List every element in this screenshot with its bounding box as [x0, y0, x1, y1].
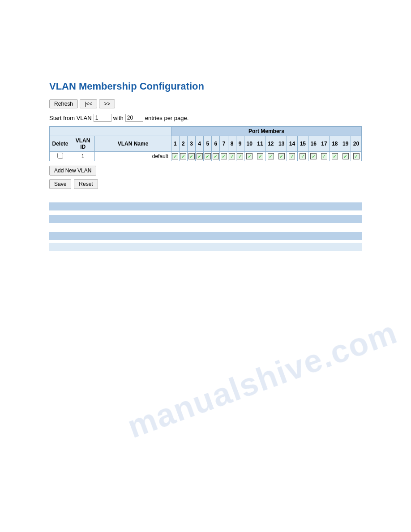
table-header-top: Port Members: [50, 127, 362, 136]
vlan-id-cell: 1: [71, 152, 94, 161]
port-3-checkbox[interactable]: ✓: [188, 153, 195, 159]
port-4-header: 4: [196, 136, 204, 152]
page-title: VLAN Membership Configuration: [49, 81, 362, 92]
port-16-header: 16: [308, 136, 319, 152]
port-1-checkbox[interactable]: ✓: [172, 153, 178, 159]
port-4-checkbox[interactable]: ✓: [197, 153, 203, 159]
port-5-header: 5: [204, 136, 212, 152]
port-8-checkbox[interactable]: ✓: [229, 153, 235, 159]
port-2-header: 2: [179, 136, 187, 152]
port-12-cell[interactable]: ✓: [265, 152, 276, 161]
port-9-header: 9: [236, 136, 244, 152]
refresh-button[interactable]: Refresh: [49, 99, 78, 108]
port-12-header: 12: [265, 136, 276, 152]
entries-label: entries per page.: [145, 115, 189, 121]
entries-input[interactable]: [125, 114, 143, 122]
port-7-cell[interactable]: ✓: [220, 152, 228, 161]
port-7-checkbox[interactable]: ✓: [221, 153, 227, 159]
table-header-main: Delete VLAN ID VLAN Name 1 2 3 4 5 6 7 8…: [50, 136, 362, 152]
port-13-header: 13: [276, 136, 287, 152]
port-4-cell[interactable]: ✓: [196, 152, 204, 161]
save-button[interactable]: Save: [49, 179, 71, 189]
port-11-header: 11: [255, 136, 265, 152]
port-14-header: 14: [287, 136, 298, 152]
add-new-vlan-button[interactable]: Add New VLAN: [49, 166, 96, 176]
port-10-checkbox[interactable]: ✓: [246, 153, 253, 159]
port-9-checkbox[interactable]: ✓: [237, 153, 243, 159]
save-reset-row: Save Reset: [49, 179, 362, 189]
port-14-cell[interactable]: ✓: [287, 152, 298, 161]
table-row: 1default✓✓✓✓✓✓✓✓✓✓✓✓✓✓✓✓✓✓✓✓: [50, 152, 362, 161]
port-1-header: 1: [171, 136, 179, 152]
port-8-cell[interactable]: ✓: [228, 152, 236, 161]
port-7-header: 7: [220, 136, 228, 152]
port-20-header: 20: [351, 136, 362, 152]
port-14-checkbox[interactable]: ✓: [289, 153, 295, 159]
port-10-header: 10: [244, 136, 255, 152]
port-3-header: 3: [188, 136, 196, 152]
port-13-checkbox[interactable]: ✓: [278, 153, 285, 159]
port-5-checkbox[interactable]: ✓: [205, 153, 211, 159]
port-17-header: 17: [319, 136, 330, 152]
with-label: with: [113, 115, 124, 121]
port-11-checkbox[interactable]: ✓: [257, 153, 263, 159]
port-19-header: 19: [340, 136, 351, 152]
decorative-bar-2: [49, 215, 362, 223]
port-19-cell[interactable]: ✓: [340, 152, 351, 161]
port-18-header: 18: [330, 136, 340, 152]
action-buttons-row: Add New VLAN: [49, 166, 362, 176]
port-15-header: 15: [297, 136, 308, 152]
port-20-cell[interactable]: ✓: [351, 152, 362, 161]
port-20-checkbox[interactable]: ✓: [353, 153, 360, 159]
port-17-checkbox[interactable]: ✓: [321, 153, 327, 159]
toolbar: Refresh |<< >>: [49, 99, 362, 108]
port-6-header: 6: [212, 136, 220, 152]
port-5-cell[interactable]: ✓: [204, 152, 212, 161]
vlan-name-cell: default: [95, 152, 171, 161]
port-17-cell[interactable]: ✓: [319, 152, 330, 161]
port-9-cell[interactable]: ✓: [236, 152, 244, 161]
decorative-bar-3b: [49, 243, 362, 251]
port-18-checkbox[interactable]: ✓: [332, 153, 338, 159]
port-15-checkbox[interactable]: ✓: [300, 153, 306, 159]
start-label: Start from VLAN: [49, 115, 92, 121]
port-15-cell[interactable]: ✓: [297, 152, 308, 161]
decorative-bar-1: [49, 202, 362, 210]
port-19-checkbox[interactable]: ✓: [342, 153, 349, 159]
delete-col-header: Delete: [50, 136, 71, 152]
port-8-header: 8: [228, 136, 236, 152]
port-1-cell[interactable]: ✓: [171, 152, 179, 161]
reset-button[interactable]: Reset: [74, 179, 98, 189]
port-18-cell[interactable]: ✓: [330, 152, 340, 161]
port-11-cell[interactable]: ✓: [255, 152, 265, 161]
port-2-checkbox[interactable]: ✓: [180, 153, 186, 159]
vlan-id-col-header: VLAN ID: [71, 136, 94, 152]
port-13-cell[interactable]: ✓: [276, 152, 287, 161]
port-members-header: Port Members: [171, 127, 361, 136]
port-6-cell[interactable]: ✓: [212, 152, 220, 161]
prev-button[interactable]: |<<: [80, 99, 97, 108]
start-vlan-input[interactable]: [94, 114, 111, 122]
port-16-checkbox[interactable]: ✓: [310, 153, 317, 159]
port-10-cell[interactable]: ✓: [244, 152, 255, 161]
delete-checkbox[interactable]: [57, 153, 63, 159]
port-2-cell[interactable]: ✓: [179, 152, 187, 161]
port-12-checkbox[interactable]: ✓: [268, 153, 274, 159]
vlan-name-col-header: VLAN Name: [95, 136, 171, 152]
port-16-cell[interactable]: ✓: [308, 152, 319, 161]
next-button[interactable]: >>: [99, 99, 115, 108]
port-6-checkbox[interactable]: ✓: [213, 153, 219, 159]
vlan-table: Port Members Delete VLAN ID VLAN Name 1 …: [49, 126, 362, 161]
paging-row: Start from VLAN with entries per page.: [49, 114, 362, 122]
port-3-cell[interactable]: ✓: [188, 152, 196, 161]
vlan-table-body: 1default✓✓✓✓✓✓✓✓✓✓✓✓✓✓✓✓✓✓✓✓: [50, 152, 362, 161]
decorative-bar-3: [49, 232, 362, 240]
